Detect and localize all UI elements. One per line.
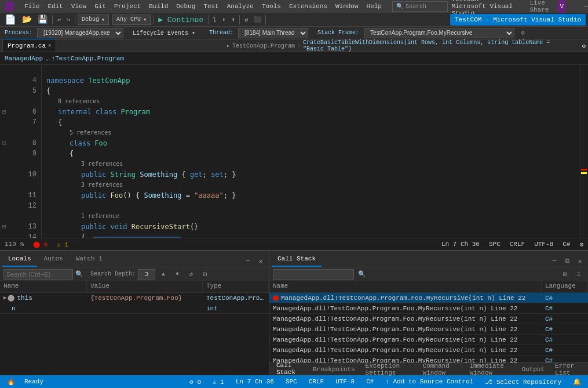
search-box[interactable]: 🔍 Search [392, 1, 448, 12]
continue-button[interactable]: ▶ Continue [156, 14, 206, 26]
cs-view-toggle[interactable]: ⊞ [559, 269, 571, 280]
code-line-6[interactable]: internal class Program [46, 107, 580, 117]
step-over-btn[interactable]: ⤵ [211, 14, 218, 26]
btab-immediate[interactable]: Immediate Window [465, 361, 516, 378]
toolbar-file-btn[interactable]: 📄 [2, 14, 19, 26]
code-line-5[interactable]: { [46, 86, 580, 96]
cs-search-input[interactable] [273, 269, 354, 280]
code-line-7[interactable]: { [46, 117, 580, 128]
cs-row-3[interactable]: ManagedApp.dll!TestConApp.Program.Foo.My… [269, 324, 588, 335]
status-source-control[interactable]: ↑ Add to Source Control [383, 378, 476, 385]
step-into-btn[interactable]: ⬇ [220, 14, 228, 26]
cs-search-btn[interactable]: 🔍 [356, 269, 368, 280]
menu-view[interactable]: View [68, 2, 90, 11]
menu-tools[interactable]: Tools [258, 2, 284, 11]
cs-row-4[interactable]: ManagedApp.dll!TestConApp.Program.Foo.My… [269, 335, 588, 345]
status-repository[interactable]: ⎇ Select Repository [483, 378, 564, 386]
collapse-6[interactable]: ⊟ [2, 108, 6, 115]
tab-callstack[interactable]: Call Stack [272, 252, 322, 267]
tab-locals[interactable]: Locals [2, 252, 37, 267]
restart-btn[interactable]: ↺ [242, 14, 250, 26]
tab-close-btn[interactable]: ✕ [48, 42, 51, 49]
menu-window[interactable]: Window [332, 2, 362, 11]
stackframe-expand-icon[interactable]: ⚙ [521, 30, 525, 37]
status-line-col[interactable]: Ln 7 Ch 36 [233, 378, 276, 385]
btab-callstack[interactable]: Call Stack [272, 361, 307, 378]
status-encoding[interactable]: UTF-8 [333, 378, 357, 385]
code-line-11[interactable]: public Foo () { Something = "aaaaa" ; } [46, 190, 580, 201]
menu-bar[interactable]: File Edit View Git Project Build Debug T… [21, 2, 385, 11]
locals-pin-btn[interactable]: ─ [242, 255, 254, 267]
menu-analyze[interactable]: Analyze [224, 2, 257, 11]
status-spc[interactable]: SPC [283, 378, 300, 385]
locals-close-btn[interactable]: ✕ [255, 255, 266, 267]
status-warnings[interactable]: ⚠ 1 [210, 378, 227, 386]
live-share-btn[interactable]: Live Share [529, 0, 554, 13]
status-crlf[interactable]: CRLF [306, 378, 326, 385]
stackframe-dropdown[interactable]: TestConApp.Program.Foo.MyRecursive [364, 28, 514, 38]
tab-program-ca[interactable]: Program.ca ✕ [2, 39, 56, 52]
code-editor[interactable]: namespace TestConApp { 0 references inte… [42, 65, 580, 238]
tab-watch1[interactable]: Watch 1 [70, 252, 108, 267]
minimize-button[interactable]: ─ [573, 0, 588, 13]
menu-help[interactable]: Help [363, 2, 385, 11]
collapse-8[interactable]: ⊟ [2, 140, 6, 147]
code-line-13[interactable]: public void RecursiveStart () [46, 222, 580, 232]
tab-settings-btn[interactable]: ⚙ [582, 39, 586, 52]
code-line-8[interactable]: class Foo [46, 138, 580, 148]
menu-edit[interactable]: Edit [44, 2, 66, 11]
status-errors[interactable]: ⊘ 0 [187, 378, 203, 386]
menu-git[interactable]: Git [91, 2, 109, 11]
locals-search-input[interactable] [3, 269, 73, 280]
btab-errorlist[interactable]: Error List [550, 361, 586, 378]
cs-row-5[interactable]: ManagedApp.dll!TestConApp.Program.Foo.My… [269, 345, 588, 356]
toolbar-redo-btn[interactable]: ↪ [64, 14, 72, 26]
breadcrumb-program[interactable]: ↑TestConApp.Program [52, 55, 124, 62]
cs-row-2[interactable]: ManagedApp.dll!TestConApp.Program.Foo.My… [269, 314, 588, 324]
thread-dropdown[interactable]: [8184] Main Thread [238, 28, 308, 38]
btab-breakpoints[interactable]: Breakpoints [308, 365, 360, 374]
btab-cmdwindow[interactable]: Command Window [418, 361, 464, 378]
menu-file[interactable]: File [21, 2, 43, 11]
toolbar-save-btn[interactable]: 💾 [35, 14, 50, 26]
toolbar-undo-btn[interactable]: ↩ [55, 14, 63, 26]
cs-row-1[interactable]: ManagedApp.dll!TestConApp.Program.Foo.My… [269, 303, 588, 314]
cs-list-toggle[interactable]: ≡ [573, 269, 585, 280]
code-line-9[interactable]: { [46, 148, 580, 159]
menu-extensions[interactable]: Extensions [286, 2, 331, 11]
collapse-13[interactable]: ⊟ [2, 223, 6, 230]
lifecycle-events-btn[interactable]: Lifecycle Events ▾ [133, 30, 195, 37]
cs-float-btn[interactable]: ⧉ [561, 255, 573, 267]
cs-row-0[interactable]: ManagedApp.dll!TestConApp.Program.Foo.My… [269, 293, 588, 303]
menu-test[interactable]: Test [200, 2, 222, 11]
depth-up-btn[interactable]: ▲ [158, 269, 169, 280]
locals-refresh-btn[interactable]: ↺ [185, 269, 197, 280]
menu-debug[interactable]: Debug [173, 2, 199, 11]
stop-btn[interactable]: ⬛ [251, 14, 263, 26]
locals-row-this[interactable]: ▶ ⬤ this {TestConApp.Program.Foo} TestCo… [0, 293, 269, 303]
breadcrumb-managedapp[interactable]: ManagedApp [5, 55, 43, 62]
status-debug-mode[interactable]: 🔥 [5, 378, 17, 386]
process-dropdown[interactable]: [19320] ManagedApp.exe [37, 28, 123, 38]
btab-output[interactable]: Output [517, 365, 549, 374]
config-dropdown[interactable]: Debug▾ [78, 14, 109, 25]
cs-close-btn[interactable]: ✕ [574, 255, 586, 267]
locals-row-n[interactable]: n int [0, 303, 269, 314]
depth-down-btn[interactable]: ▼ [171, 269, 183, 280]
expand-this[interactable]: ▶ [3, 295, 6, 301]
platform-dropdown[interactable]: Any CPU▾ [112, 14, 151, 25]
cs-pin-btn[interactable]: ─ [549, 255, 560, 267]
status-ready[interactable]: Ready [22, 378, 46, 385]
toolbar-open-btn[interactable]: 📂 [20, 14, 34, 26]
btab-exceptions[interactable]: Exception Settings [361, 361, 417, 378]
status-notifications[interactable]: 🔔 [571, 378, 583, 386]
status-lang[interactable]: C# [364, 378, 376, 385]
menu-project[interactable]: Project [111, 2, 144, 11]
locals-collapse-btn[interactable]: ⊟ [199, 269, 211, 280]
code-line-4[interactable]: namespace TestConApp [46, 75, 580, 86]
code-line-10[interactable]: public String Something { get ; set ; } [46, 169, 580, 180]
step-out-btn[interactable]: ⬆ [229, 14, 237, 26]
code-line-12[interactable] [46, 201, 580, 211]
menu-build[interactable]: Build [145, 2, 171, 11]
tab-autos[interactable]: Autos [38, 252, 69, 267]
